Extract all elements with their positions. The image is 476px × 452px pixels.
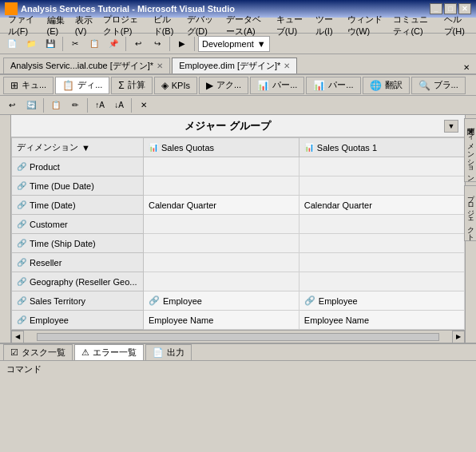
cell-3-0[interactable] bbox=[144, 215, 299, 234]
menu-community[interactable]: コミュニティ(C) bbox=[388, 12, 438, 39]
table-row: 🔗Customer bbox=[12, 215, 465, 234]
row-icon-0: 🔗 bbox=[17, 162, 26, 171]
close-panel-button[interactable]: ✕ bbox=[460, 61, 473, 73]
save-button[interactable]: 💾 bbox=[42, 36, 59, 52]
cut-button[interactable]: ✂ bbox=[66, 36, 84, 52]
cell-5-1[interactable] bbox=[299, 253, 464, 272]
cell-0-0[interactable] bbox=[144, 157, 299, 176]
scroll-track[interactable] bbox=[37, 333, 439, 341]
toolbar2-btn1[interactable]: ↩ bbox=[3, 97, 21, 113]
tab-cube[interactable]: Analysis Servic...ial.cube [デザイン]* ✕ bbox=[3, 57, 170, 73]
subtab-part1[interactable]: 📊 パー... bbox=[250, 77, 304, 94]
toolbar2-sort-desc[interactable]: ↓A bbox=[110, 97, 128, 113]
title-dropdown[interactable]: ▼ bbox=[444, 120, 458, 133]
cell-2-1[interactable]: Calendar Quarter bbox=[299, 196, 464, 215]
h-scrollbar[interactable]: ◀ ▶ bbox=[11, 330, 465, 343]
tab-employee[interactable]: Employee.dim [デザイン]* ✕ bbox=[172, 57, 297, 73]
grid-title: メジャー グループ bbox=[18, 119, 438, 133]
menu-file[interactable]: ファイル(F) bbox=[3, 12, 42, 39]
cell-3-1[interactable] bbox=[299, 215, 464, 234]
cell-6-0[interactable] bbox=[144, 272, 299, 291]
tab-cube-close[interactable]: ✕ bbox=[157, 61, 163, 70]
subtab-browse-label: ブラ... bbox=[434, 79, 458, 91]
dim-cell-8: 🔗Employee bbox=[12, 311, 144, 330]
menu-database[interactable]: データベース(A) bbox=[221, 12, 272, 39]
tab-employee-close[interactable]: ✕ bbox=[284, 61, 290, 70]
subtab-dimension[interactable]: 📋 ディ... bbox=[55, 77, 109, 94]
toolbar2-sort-asc[interactable]: ↑A bbox=[91, 97, 109, 113]
run-button[interactable]: ▶ bbox=[173, 36, 191, 52]
toolbar2-sep1 bbox=[43, 98, 44, 113]
new-button[interactable]: 📄 bbox=[3, 36, 21, 52]
right-panel-project[interactable]: プロジェクト bbox=[464, 185, 476, 241]
cell-4-0[interactable] bbox=[144, 234, 299, 253]
menu-project[interactable]: プロジェクト(P) bbox=[98, 12, 149, 39]
cell-7-0[interactable]: 🔗Employee bbox=[144, 291, 299, 311]
subtab-cube[interactable]: ⊞ キュ... bbox=[3, 77, 54, 94]
bottom-tab-output[interactable]: 📄 出力 bbox=[145, 344, 192, 360]
subtab-kpi-label: KPIs bbox=[172, 81, 190, 90]
toolbar2-delete[interactable]: ✕ bbox=[135, 97, 153, 113]
cell-0-1[interactable] bbox=[299, 157, 464, 176]
cell-2-0[interactable]: Calendar Quarter bbox=[144, 196, 299, 215]
subtab-part2[interactable]: 📊 パー... bbox=[306, 77, 360, 94]
subtab-part1-label: パー... bbox=[272, 79, 297, 91]
grid-wrapper: メジャー グループ ▼ ディメンション ▼ bbox=[0, 115, 476, 343]
paste-button[interactable]: 📌 bbox=[105, 36, 122, 52]
status-bar: コマンド bbox=[0, 360, 476, 378]
open-button[interactable]: 📁 bbox=[22, 36, 40, 52]
bottom-tab-errors[interactable]: ⚠ エラー一覧 bbox=[74, 344, 144, 360]
dim-label-8: Employee bbox=[30, 315, 69, 325]
subtab-translate[interactable]: 🌐 翻訳 bbox=[363, 77, 410, 94]
menu-help[interactable]: ヘルプ(H) bbox=[439, 12, 473, 39]
part2-icon: 📊 bbox=[313, 80, 325, 91]
cell-4-1[interactable] bbox=[299, 234, 464, 253]
row-icon-4: 🔗 bbox=[17, 239, 26, 248]
right-panel-dim[interactable]: 関連ディメンション bbox=[464, 118, 476, 182]
cell-6-1[interactable] bbox=[299, 272, 464, 291]
menu-window[interactable]: ウィンドウ(W) bbox=[343, 12, 389, 39]
menu-view[interactable]: 表示(V) bbox=[70, 13, 98, 38]
dim-label-7: Sales Territory bbox=[30, 296, 85, 306]
col-header-0: 📊 Sales Quotas bbox=[144, 138, 299, 157]
cell-1-0[interactable] bbox=[144, 176, 299, 196]
scroll-right-btn[interactable]: ▶ bbox=[452, 331, 465, 343]
grid-container[interactable]: ディメンション ▼ 📊 Sales Quotas bbox=[11, 137, 465, 330]
menu-edit[interactable]: 編集(E) bbox=[42, 13, 70, 38]
undo-button[interactable]: ↩ bbox=[129, 36, 147, 52]
grid-header-row: メジャー グループ ▼ bbox=[11, 115, 465, 137]
row-icon-6: 🔗 bbox=[17, 277, 26, 286]
row-icon-3: 🔗 bbox=[17, 220, 26, 228]
menu-cube[interactable]: キューブ(U) bbox=[272, 12, 311, 39]
menu-tools[interactable]: ツール(I) bbox=[311, 12, 342, 39]
copy-button[interactable]: 📋 bbox=[85, 36, 103, 52]
dim-header-dropdown[interactable]: ▼ bbox=[81, 143, 90, 153]
redo-button[interactable]: ↪ bbox=[149, 36, 166, 52]
menu-bar: ファイル(F) 編集(E) 表示(V) プロジェクト(P) ビルド(B) デバッ… bbox=[0, 18, 476, 34]
errors-label: エラー一覧 bbox=[93, 347, 137, 359]
status-text: コマンド bbox=[6, 363, 42, 375]
toolbar2-btn4[interactable]: ✏ bbox=[66, 97, 84, 113]
menu-build[interactable]: ビルド(B) bbox=[149, 12, 182, 39]
subtab-calc[interactable]: Σ 計算 bbox=[111, 77, 152, 94]
cell-1-1[interactable] bbox=[299, 176, 464, 196]
subtab-browse[interactable]: 🔍 ブラ... bbox=[411, 77, 466, 94]
menu-debug[interactable]: デバッグ(D) bbox=[182, 12, 221, 39]
cell-text: Employee bbox=[319, 296, 358, 306]
subtab-kpi[interactable]: ◈ KPIs bbox=[154, 77, 197, 94]
toolbar2-btn3[interactable]: 📋 bbox=[47, 97, 65, 113]
scroll-left-btn[interactable]: ◀ bbox=[11, 331, 24, 343]
document-tabs: Analysis Servic...ial.cube [デザイン]* ✕ Emp… bbox=[0, 54, 476, 75]
tasks-icon: ☑ bbox=[10, 347, 18, 358]
row-icon-5: 🔗 bbox=[17, 258, 26, 267]
cell-8-1[interactable]: Employee Name bbox=[299, 311, 464, 330]
cell-7-1[interactable]: 🔗Employee bbox=[299, 291, 464, 311]
configuration-dropdown[interactable]: Development ▼ bbox=[198, 36, 270, 52]
bottom-tab-tasks[interactable]: ☑ タスク一覧 bbox=[3, 344, 73, 360]
toolbar2-sep3 bbox=[131, 98, 132, 113]
cell-5-0[interactable] bbox=[144, 253, 299, 272]
dim-cell-3: 🔗Customer bbox=[12, 215, 144, 234]
subtab-action[interactable]: ▶ アク... bbox=[199, 77, 248, 94]
toolbar2-btn2[interactable]: 🔄 bbox=[22, 97, 40, 113]
cell-8-0[interactable]: Employee Name bbox=[144, 311, 299, 330]
